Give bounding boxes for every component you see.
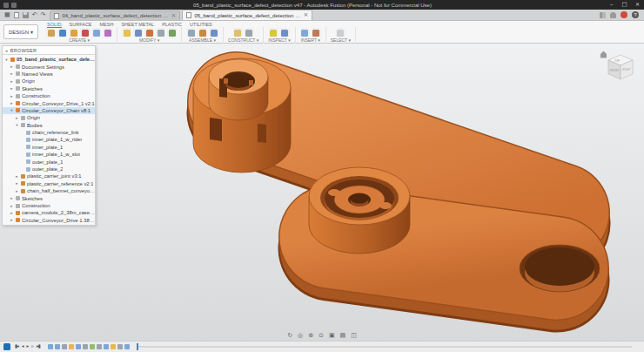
- node-visibility-icon[interactable]: [16, 101, 20, 105]
- browser-tree-item[interactable]: ▸ Construction: [3, 92, 95, 99]
- tool-icon[interactable]: [144, 28, 154, 37]
- redo-icon[interactable]: ↷: [41, 12, 46, 18]
- notifications-icon[interactable]: [610, 12, 616, 18]
- browser-tree-item[interactable]: ▸ Sketches: [3, 85, 95, 92]
- tool-icon[interactable]: [156, 28, 165, 37]
- app-menu-icon[interactable]: [11, 3, 17, 8]
- viewcube-front-label[interactable]: FRONT: [610, 69, 619, 72]
- tool-icon[interactable]: [312, 28, 321, 37]
- group-label[interactable]: CONSTRUCT ▾: [228, 37, 258, 44]
- browser-tree-item[interactable]: ▸ Named Views: [3, 71, 95, 78]
- browser-tree-item[interactable]: ▸ Construction: [3, 202, 95, 209]
- tool-icon[interactable]: [91, 28, 101, 37]
- disclosure-icon[interactable]: ▸: [10, 204, 14, 208]
- tool-icon[interactable]: [80, 28, 90, 37]
- browser-tree-item[interactable]: ▾ Bodies: [3, 122, 95, 129]
- tool-icon[interactable]: [198, 28, 207, 37]
- playback-control-icon[interactable]: ▮◂: [15, 344, 18, 349]
- timeline-playhead[interactable]: [137, 343, 138, 350]
- close-button[interactable]: ×: [631, 0, 644, 10]
- node-visibility-icon[interactable]: [16, 79, 20, 84]
- view-cube[interactable]: TOP FRONT RIGHT: [598, 48, 638, 85]
- disclosure-icon[interactable]: ▸: [10, 71, 14, 76]
- disclosure-icon[interactable]: ▸: [10, 64, 14, 69]
- node-visibility-icon[interactable]: [16, 71, 20, 76]
- browser-tree-item[interactable]: chain_reference_link: [3, 129, 95, 136]
- node-visibility-icon[interactable]: [26, 138, 30, 142]
- comment-icon[interactable]: [3, 343, 10, 350]
- disclosure-icon[interactable]: ▾: [10, 108, 14, 112]
- timeline-feature-icon[interactable]: [55, 344, 61, 350]
- tool-icon[interactable]: [46, 28, 56, 37]
- tool-icon[interactable]: [57, 28, 67, 37]
- node-visibility-icon[interactable]: [26, 167, 30, 172]
- disclosure-icon[interactable]: ▸: [15, 189, 19, 193]
- timeline-feature-icon[interactable]: [69, 344, 75, 350]
- node-visibility-icon[interactable]: [21, 181, 25, 186]
- nav-tool-icon[interactable]: ◫: [351, 333, 357, 339]
- node-visibility-icon[interactable]: [21, 189, 25, 193]
- tool-icon[interactable]: [245, 28, 254, 37]
- timeline-feature-icon[interactable]: [90, 344, 96, 350]
- timeline-feature-icon[interactable]: [83, 344, 89, 350]
- disclosure-icon[interactable]: ▸: [15, 116, 19, 120]
- tab-close-icon[interactable]: ×: [171, 13, 177, 19]
- playback-control-icon[interactable]: ▸▮: [37, 344, 40, 349]
- timeline-feature-icon[interactable]: [97, 344, 103, 350]
- nav-tool-icon[interactable]: ⊕: [308, 333, 313, 339]
- timeline-feature-icon[interactable]: [48, 344, 54, 350]
- group-label[interactable]: MODIFY ▾: [139, 37, 159, 44]
- node-visibility-icon[interactable]: [16, 64, 20, 69]
- maximize-button[interactable]: □: [618, 0, 631, 10]
- group-label[interactable]: INSERT ▾: [301, 37, 320, 44]
- tool-icon[interactable]: [280, 28, 290, 37]
- browser-tree-item[interactable]: ▸ Sketches: [3, 194, 95, 201]
- save-icon[interactable]: [23, 12, 29, 18]
- collapse-panel-icon[interactable]: ◂: [5, 48, 8, 53]
- tool-icon[interactable]: [167, 28, 177, 37]
- tool-icon[interactable]: [269, 28, 278, 37]
- timeline-feature-icon[interactable]: [117, 344, 124, 350]
- viewcube-right-label[interactable]: RIGHT: [622, 68, 631, 71]
- browser-tree-item[interactable]: outer_plate_2: [3, 166, 95, 173]
- timeline-feature-icon[interactable]: [111, 344, 117, 350]
- document-tab[interactable]: 05_band_plastic_surface_defect_detection…: [182, 10, 312, 20]
- node-visibility-icon[interactable]: [26, 159, 30, 164]
- tool-icon[interactable]: [122, 28, 131, 37]
- node-visibility-icon[interactable]: [21, 123, 25, 127]
- file-menu-icon[interactable]: [14, 12, 19, 18]
- data-panel-icon[interactable]: ▦: [4, 12, 10, 18]
- workspace-switcher[interactable]: DESIGN ▾: [3, 24, 38, 39]
- browser-tree-item[interactable]: ▸ Origin: [3, 78, 95, 85]
- node-visibility-icon[interactable]: [26, 145, 30, 149]
- browser-tree-item[interactable]: outer_plate_1: [3, 158, 95, 165]
- node-visibility-icon[interactable]: [21, 174, 25, 179]
- viewport-canvas[interactable]: ◂ BROWSER ▾ 05_band_plastic_surface_defe…: [0, 44, 644, 341]
- nav-tool-icon[interactable]: ▣: [329, 333, 335, 339]
- tool-icon[interactable]: [69, 28, 78, 37]
- tool-icon[interactable]: [133, 28, 143, 37]
- timeline-feature-icon[interactable]: [76, 344, 82, 350]
- disclosure-icon[interactable]: ▸: [10, 196, 14, 200]
- group-label[interactable]: CREATE ▾: [69, 37, 90, 44]
- browser-tree-item[interactable]: inner_plate_1_w_slot: [3, 151, 95, 158]
- browser-tree-item[interactable]: ▸ Circular_Conveyor_Drive_1 v2:1: [3, 99, 95, 106]
- browser-tree-item[interactable]: inner_plate_1: [3, 144, 95, 151]
- playback-control-icon[interactable]: ▸: [27, 344, 29, 349]
- node-visibility-icon[interactable]: [26, 152, 30, 157]
- disclosure-icon[interactable]: ▸: [15, 181, 19, 186]
- tab-close-icon[interactable]: ×: [304, 12, 309, 18]
- nav-tool-icon[interactable]: ▤: [340, 333, 346, 339]
- browser-tree-item[interactable]: ▸ Document Settings: [3, 63, 95, 70]
- browser-tree-item[interactable]: ▸ camera_module_2_38m_case v1:1: [3, 209, 95, 216]
- disclosure-icon[interactable]: ▸: [10, 101, 14, 105]
- user-avatar[interactable]: [621, 11, 627, 18]
- model-3d-chain-link[interactable]: [0, 44, 644, 341]
- browser-tree-item[interactable]: ▸ plastic_carrier_joint v3:1: [3, 173, 95, 179]
- timeline-feature-icon[interactable]: [104, 344, 110, 350]
- timeline-feature-icon[interactable]: [62, 344, 68, 350]
- disclosure-icon[interactable]: ▸: [10, 86, 14, 91]
- tool-icon[interactable]: [336, 28, 345, 37]
- playback-control-icon[interactable]: ▹: [31, 344, 33, 349]
- browser-tree-item[interactable]: ▸ Circular_Conveyor_Drive 1.38m v5:1: [3, 217, 95, 224]
